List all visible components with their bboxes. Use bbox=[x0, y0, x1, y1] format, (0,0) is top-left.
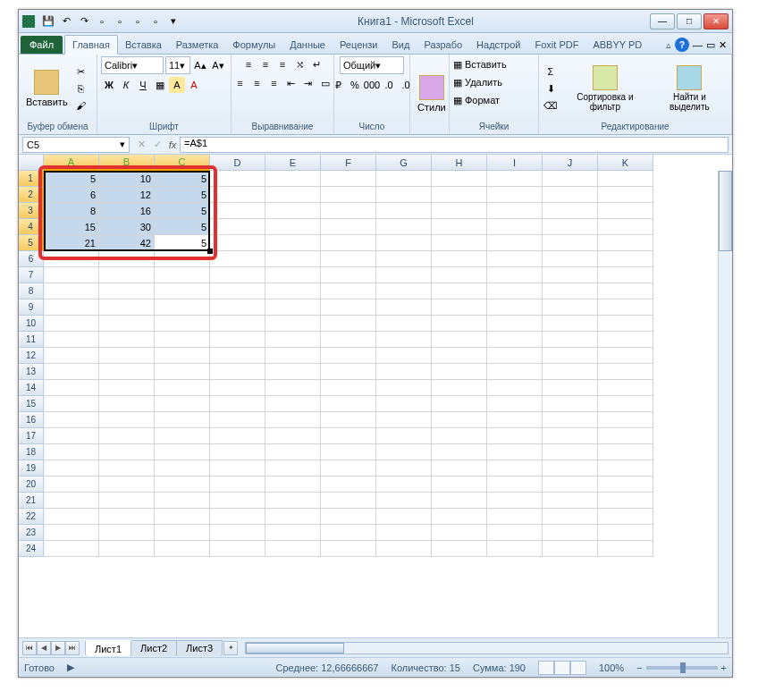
cell-K5[interactable] bbox=[598, 235, 653, 251]
cell-B16[interactable] bbox=[99, 412, 155, 428]
cell-A24[interactable] bbox=[44, 541, 99, 557]
underline-button[interactable]: Ч bbox=[135, 77, 151, 93]
cell-J10[interactable] bbox=[543, 316, 598, 332]
cell-I19[interactable] bbox=[487, 460, 543, 477]
tab-данные[interactable]: Данные bbox=[282, 36, 333, 54]
cell-E15[interactable] bbox=[265, 396, 321, 412]
cell-K9[interactable] bbox=[598, 299, 653, 316]
cell-E16[interactable] bbox=[265, 412, 321, 428]
select-all-corner[interactable] bbox=[19, 155, 44, 171]
col-header-F[interactable]: F bbox=[321, 155, 376, 171]
cell-I17[interactable] bbox=[487, 428, 543, 444]
cell-J12[interactable] bbox=[543, 348, 598, 364]
fill-icon[interactable]: ⬇ bbox=[543, 80, 559, 97]
cell-B6[interactable] bbox=[99, 251, 155, 267]
increase-font-icon[interactable]: A▴ bbox=[192, 57, 208, 73]
horizontal-scrollbar[interactable] bbox=[245, 642, 729, 654]
fill-color-icon[interactable]: A bbox=[169, 77, 185, 93]
cell-F6[interactable] bbox=[321, 251, 376, 267]
cell-C18[interactable] bbox=[155, 444, 210, 460]
cell-I2[interactable] bbox=[487, 187, 543, 203]
align-right-icon[interactable]: ≡ bbox=[266, 75, 282, 91]
tab-формулы[interactable]: Формулы bbox=[225, 36, 282, 54]
cell-I14[interactable] bbox=[487, 380, 543, 396]
cell-E21[interactable] bbox=[265, 493, 321, 509]
cell-F23[interactable] bbox=[321, 525, 376, 541]
cell-G22[interactable] bbox=[376, 509, 432, 525]
inc-decimal-icon[interactable]: .0 bbox=[381, 77, 397, 93]
cell-E1[interactable] bbox=[265, 171, 321, 187]
cell-I15[interactable] bbox=[487, 396, 543, 412]
cell-I16[interactable] bbox=[487, 412, 543, 428]
cell-J19[interactable] bbox=[543, 460, 598, 477]
cell-F8[interactable] bbox=[321, 283, 376, 299]
cell-J3[interactable] bbox=[543, 203, 598, 219]
cell-B8[interactable] bbox=[99, 283, 155, 299]
cell-G14[interactable] bbox=[376, 380, 432, 396]
cell-C2[interactable]: 5 bbox=[155, 187, 210, 203]
cell-D6[interactable] bbox=[210, 251, 265, 267]
view-normal-icon[interactable] bbox=[538, 661, 554, 675]
tab-вид[interactable]: Вид bbox=[385, 36, 417, 54]
cell-K7[interactable] bbox=[598, 267, 653, 283]
cell-H17[interactable] bbox=[432, 428, 487, 444]
cell-A8[interactable] bbox=[44, 283, 99, 299]
col-header-C[interactable]: C bbox=[155, 155, 210, 171]
align-left-icon[interactable]: ≡ bbox=[232, 75, 248, 91]
cell-J9[interactable] bbox=[543, 299, 598, 316]
cell-D7[interactable] bbox=[210, 267, 265, 283]
col-header-J[interactable]: J bbox=[543, 155, 598, 171]
cell-B24[interactable] bbox=[99, 541, 155, 557]
tab-рецензи[interactable]: Рецензи bbox=[333, 36, 385, 54]
cell-F16[interactable] bbox=[321, 412, 376, 428]
vertical-scrollbar[interactable] bbox=[718, 171, 732, 637]
cell-G18[interactable] bbox=[376, 444, 432, 460]
cell-A10[interactable] bbox=[44, 316, 99, 332]
view-layout-icon[interactable] bbox=[554, 661, 570, 675]
cell-B14[interactable] bbox=[99, 380, 155, 396]
col-header-A[interactable]: A bbox=[44, 155, 99, 171]
cell-J23[interactable] bbox=[543, 525, 598, 541]
cell-B23[interactable] bbox=[99, 525, 155, 541]
cell-I5[interactable] bbox=[487, 235, 543, 251]
cell-B2[interactable]: 12 bbox=[99, 187, 155, 203]
align-top-icon[interactable]: ≡ bbox=[240, 56, 257, 72]
cell-B17[interactable] bbox=[99, 428, 155, 444]
cell-H5[interactable] bbox=[432, 235, 487, 251]
cell-C14[interactable] bbox=[155, 380, 210, 396]
cell-G12[interactable] bbox=[376, 348, 432, 364]
currency-icon[interactable]: ₽ bbox=[330, 77, 346, 93]
cell-C10[interactable] bbox=[155, 316, 210, 332]
cell-D21[interactable] bbox=[210, 493, 265, 509]
cell-I3[interactable] bbox=[487, 203, 543, 219]
cell-A16[interactable] bbox=[44, 412, 99, 428]
cell-F13[interactable] bbox=[321, 364, 376, 380]
cell-C6[interactable] bbox=[155, 251, 210, 267]
cell-J21[interactable] bbox=[543, 493, 598, 509]
cell-K10[interactable] bbox=[598, 316, 653, 332]
sheet-nav-first-icon[interactable]: ⏮ bbox=[22, 641, 37, 655]
cell-D22[interactable] bbox=[210, 509, 265, 525]
cell-G19[interactable] bbox=[376, 460, 432, 477]
cell-K19[interactable] bbox=[598, 460, 653, 477]
cell-G17[interactable] bbox=[376, 428, 432, 444]
qat-btn[interactable]: ▫ bbox=[112, 13, 128, 30]
cell-G7[interactable] bbox=[376, 267, 432, 283]
cell-D15[interactable] bbox=[210, 396, 265, 412]
cell-K8[interactable] bbox=[598, 283, 653, 299]
cell-K12[interactable] bbox=[598, 348, 653, 364]
cell-J5[interactable] bbox=[543, 235, 598, 251]
cell-J2[interactable] bbox=[543, 187, 598, 203]
col-header-E[interactable]: E bbox=[265, 155, 321, 171]
cell-I24[interactable] bbox=[487, 541, 543, 557]
tab-foxit pdf[interactable]: Foxit PDF bbox=[528, 36, 586, 54]
cell-C17[interactable] bbox=[155, 428, 210, 444]
cell-G2[interactable] bbox=[376, 187, 432, 203]
row-header-21[interactable]: 21 bbox=[19, 493, 44, 509]
cell-C24[interactable] bbox=[155, 541, 210, 557]
cell-H24[interactable] bbox=[432, 541, 487, 557]
cell-B20[interactable] bbox=[99, 477, 155, 493]
cell-C16[interactable] bbox=[155, 412, 210, 428]
cut-icon[interactable]: ✂ bbox=[73, 63, 89, 80]
cell-D1[interactable] bbox=[210, 171, 265, 187]
